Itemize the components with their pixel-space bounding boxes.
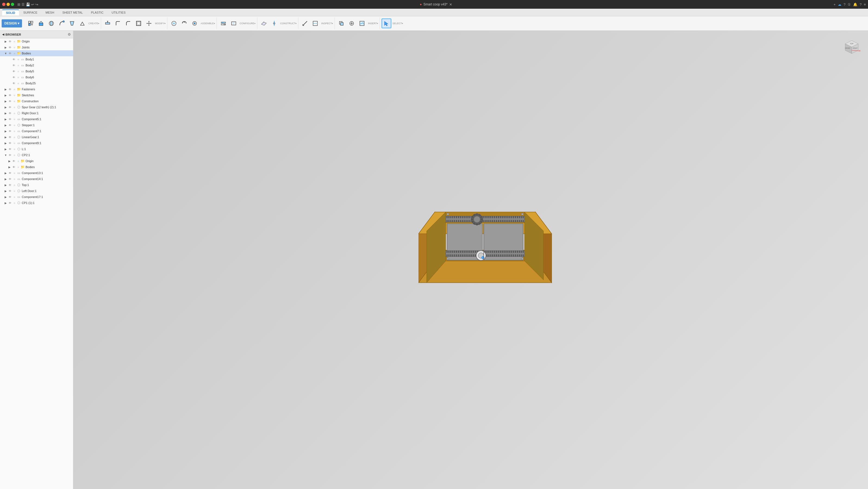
light-icon-joints[interactable]: ○ — [12, 46, 16, 49]
inspect-section-analysis-btn[interactable] — [310, 19, 320, 28]
tab-solid[interactable]: SOLID — [2, 9, 19, 16]
create-loft-btn[interactable] — [67, 19, 77, 28]
light-icon-body1[interactable]: ○ — [16, 58, 20, 61]
browser-item-leftdoor[interactable]: ▶👁○⬡Left Door:1 — [0, 188, 73, 194]
browser-item-spurgear[interactable]: ▶👁○⬡Spur Gear (12 teeth) (2):1 — [0, 104, 73, 110]
tree-arrow-spurgear[interactable]: ▶ — [4, 106, 8, 109]
tree-arrow-rightdoor[interactable]: ▶ — [4, 112, 8, 115]
create-sweep-btn[interactable] — [57, 19, 67, 28]
tree-arrow-fasteners[interactable]: ▶ — [4, 88, 8, 91]
visibility-icon-cp1[interactable]: 👁 — [8, 202, 12, 204]
light-icon-l1[interactable]: ○ — [12, 148, 16, 151]
tab-mesh[interactable]: MESH — [42, 10, 58, 15]
visibility-icon-cp2-origin[interactable]: 👁 — [12, 160, 16, 163]
light-icon-component9[interactable]: ○ — [12, 142, 16, 145]
configure-parameters-btn[interactable] — [218, 19, 228, 28]
visibility-icon-leftdoor[interactable]: 👁 — [8, 190, 12, 193]
modify-chamfer-btn[interactable] — [123, 19, 133, 28]
light-icon-cp2-bodies[interactable]: ○ — [16, 166, 20, 169]
light-icon-body5[interactable]: ○ — [16, 70, 20, 73]
construct-label-row[interactable]: CONSTRUCT ▾ — [280, 22, 297, 25]
insert-label-row[interactable]: INSERT ▾ — [367, 22, 378, 25]
light-icon-bodies[interactable]: ○ — [12, 52, 16, 55]
tree-arrow-cp2[interactable]: ▼ — [4, 154, 8, 157]
light-icon-body6[interactable]: ○ — [16, 76, 20, 79]
notification-icon[interactable]: 🔔 — [853, 2, 858, 6]
light-icon-rightdoor[interactable]: ○ — [12, 112, 16, 115]
assemble-motion-link-btn[interactable] — [179, 19, 189, 28]
browser-item-cp2-bodies[interactable]: ▶👁○📁Bodies — [0, 164, 73, 170]
light-icon-sketches[interactable]: ○ — [12, 94, 16, 97]
browser-item-cp2-origin[interactable]: ▶👁○📁Origin — [0, 158, 73, 164]
inspect-measure-btn[interactable] — [300, 19, 310, 28]
browser-item-component7[interactable]: ▶👁○▭Component7:1 — [0, 128, 73, 134]
browser-item-body2[interactable]: 👁○▭Body2 — [0, 62, 73, 68]
visibility-icon-component13[interactable]: 👁 — [8, 172, 12, 175]
visibility-icon-joints[interactable]: 👁 — [8, 46, 12, 49]
tree-arrow-component13[interactable]: ▶ — [4, 172, 8, 175]
tree-arrow-top[interactable]: ▶ — [4, 183, 8, 186]
visibility-icon-body25[interactable]: 👁 — [12, 82, 16, 85]
browser-item-rightdoor[interactable]: ▶👁○⬡Right Door:1 — [0, 110, 73, 116]
tab-utilities[interactable]: UTILITIES — [108, 10, 129, 15]
tab-surface[interactable]: SURFACE — [20, 10, 41, 15]
light-icon-construction[interactable]: ○ — [12, 100, 16, 103]
visibility-icon-component14[interactable]: 👁 — [8, 178, 12, 180]
light-icon-origin[interactable]: ○ — [12, 40, 16, 43]
browser-item-component9[interactable]: ▶👁○▭Component9:1 — [0, 140, 73, 146]
visibility-icon-body1[interactable]: 👁 — [12, 58, 16, 61]
close-dot[interactable] — [2, 3, 5, 6]
construct-plane-btn[interactable] — [259, 19, 269, 28]
tree-arrow-stepper[interactable]: ▶ — [4, 124, 8, 127]
browser-item-lineargear[interactable]: ▶👁○⬡LinearGear:1 — [0, 134, 73, 140]
visibility-icon-cp2[interactable]: 👁 — [8, 154, 12, 157]
help-circle-icon[interactable]: ? — [843, 2, 845, 6]
tree-arrow-component9[interactable]: ▶ — [4, 142, 8, 145]
tree-arrow-leftdoor[interactable]: ▶ — [4, 190, 8, 193]
visibility-icon-component17[interactable]: 👁 — [8, 196, 12, 199]
light-icon-component17[interactable]: ○ — [12, 196, 16, 199]
menu-icon[interactable]: ☰ — [22, 2, 25, 6]
light-icon-leftdoor[interactable]: ○ — [12, 190, 16, 193]
visibility-icon-cp2-bodies[interactable]: 👁 — [12, 166, 16, 169]
light-icon-spurgear[interactable]: ○ — [12, 106, 16, 109]
tab-sheet-metal[interactable]: SHEET METAL — [58, 10, 86, 15]
tree-arrow-cp2-origin[interactable]: ▶ — [8, 160, 11, 163]
visibility-icon-component5[interactable]: 👁 — [8, 118, 12, 121]
light-icon-component7[interactable]: ○ — [12, 130, 16, 133]
visibility-icon-body2[interactable]: 👁 — [12, 64, 16, 67]
assemble-drive-btn[interactable] — [190, 19, 199, 28]
maximize-dot[interactable] — [11, 3, 14, 6]
browser-item-component5[interactable]: ▶👁○▭Component5:1 — [0, 116, 73, 122]
create-rib-btn[interactable] — [78, 19, 87, 28]
tree-arrow-origin[interactable]: ▶ — [4, 40, 8, 43]
light-icon-cp2[interactable]: ○ — [12, 154, 16, 157]
tree-arrow-l1[interactable]: ▶ — [4, 148, 8, 151]
browser-item-l1[interactable]: ▶👁○⬡L:1 — [0, 146, 73, 152]
browser-item-component13[interactable]: ▶👁○▭Component13:1 — [0, 170, 73, 176]
browser-item-cp1[interactable]: ▶👁○⬡CP1 (1):1 — [0, 200, 73, 206]
tree-arrow-construction[interactable]: ▶ — [4, 100, 8, 103]
tree-arrow-sketches[interactable]: ▶ — [4, 94, 8, 97]
browser-item-top[interactable]: ▶👁○⬡Top:1 — [0, 182, 73, 188]
tree-arrow-cp1[interactable]: ▶ — [4, 202, 8, 204]
browser-item-stepper[interactable]: ▶👁○⬡Stepper:1 — [0, 122, 73, 128]
visibility-icon-stepper[interactable]: 👁 — [8, 124, 12, 127]
redo-icon[interactable]: ↪ — [35, 2, 38, 6]
visibility-icon-construction[interactable]: 👁 — [8, 100, 12, 103]
browser-item-fasteners[interactable]: ▶👁○📁Fasteners — [0, 86, 73, 92]
visibility-icon-fasteners[interactable]: 👁 — [8, 88, 12, 91]
canvas-area[interactable]: TOP FRONT RIGHT X — [73, 31, 868, 489]
browser-item-body25[interactable]: 👁○▭Body25 — [0, 80, 73, 86]
light-icon-component14[interactable]: ○ — [12, 178, 16, 180]
light-icon-top[interactable]: ○ — [12, 183, 16, 186]
browser-item-bodies[interactable]: ▼👁○📁Bodies — [0, 50, 73, 56]
create-revolve-btn[interactable] — [46, 19, 56, 28]
tree-arrow-bodies[interactable]: ▼ — [4, 52, 8, 55]
visibility-icon-l1[interactable]: 👁 — [8, 148, 12, 151]
insert-canvas-btn[interactable] — [357, 19, 367, 28]
browser-item-joints[interactable]: ▶👁○📁Joints — [0, 44, 73, 50]
visibility-icon-top[interactable]: 👁 — [8, 183, 12, 186]
modify-label-row[interactable]: MODIFY ▾ — [154, 22, 166, 25]
browser-item-body5[interactable]: 👁○▭Body5 — [0, 68, 73, 74]
